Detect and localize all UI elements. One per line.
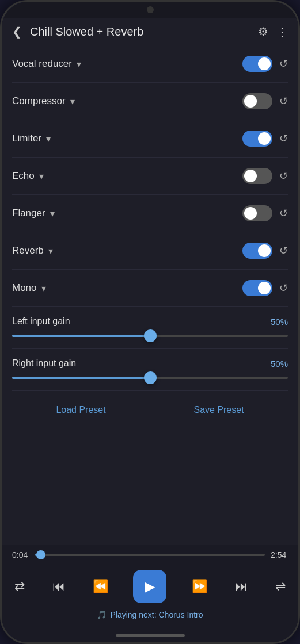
right-input-gain-value: 50%: [271, 359, 288, 369]
effect-controls-compressor: ↺: [242, 93, 288, 109]
effect-label-flanger: Flanger ▾: [12, 208, 242, 219]
toggle-mono[interactable]: [242, 280, 272, 296]
toggle-knob-vocal-reducer: [258, 57, 271, 70]
effect-chevron-vocal-reducer[interactable]: ▾: [77, 59, 81, 70]
effect-label-echo: Echo ▾: [12, 170, 242, 182]
toggle-flanger[interactable]: [242, 205, 272, 221]
preset-row: Load Preset Save Preset: [12, 390, 288, 429]
load-preset-button[interactable]: Load Preset: [47, 401, 115, 419]
reset-compressor[interactable]: ↺: [279, 95, 288, 108]
effect-label-compressor: Compressor ▾: [12, 95, 242, 107]
now-playing-text: Playing next: Chorus Intro: [110, 610, 203, 619]
effect-label-mono: Mono ▾: [12, 282, 242, 294]
prev-track-button[interactable]: ⏮: [50, 577, 67, 596]
save-preset-button[interactable]: Save Preset: [184, 401, 253, 419]
settings-icon[interactable]: ⚙: [258, 25, 268, 39]
reset-limiter[interactable]: ↺: [279, 132, 288, 145]
effect-controls-mono: ↺: [242, 280, 288, 296]
left-input-gain-track[interactable]: [12, 335, 288, 337]
shuffle-button[interactable]: ⇌: [273, 577, 288, 596]
controls-row: ⇄ ⏮ ⏪ ▶ ⏩ ⏭ ⇌: [12, 565, 288, 610]
header-title: Chill Slowed + Reverb: [30, 25, 258, 39]
reset-mono[interactable]: ↺: [279, 282, 288, 294]
effect-chevron-reverb[interactable]: ▾: [48, 246, 53, 256]
play-pause-button[interactable]: ▶: [133, 570, 166, 603]
toggle-knob-reverb: [258, 244, 271, 257]
toggle-compressor[interactable]: [242, 93, 272, 109]
effect-label-limiter: Limiter ▾: [12, 133, 242, 144]
effect-chevron-flanger[interactable]: ▾: [50, 208, 55, 219]
effect-row-echo: Echo ▾ ↺: [12, 158, 288, 195]
current-time: 0:04: [12, 550, 29, 559]
toggle-knob-mono: [258, 282, 271, 294]
reset-echo[interactable]: ↺: [279, 170, 288, 182]
toggle-knob-flanger: [244, 207, 257, 220]
right-input-gain-fill: [12, 377, 150, 379]
effect-chevron-limiter[interactable]: ▾: [46, 133, 51, 144]
reset-flanger[interactable]: ↺: [279, 207, 288, 220]
progress-row: 0:04 2:54: [12, 550, 288, 559]
effect-controls-reverb: ↺: [242, 243, 288, 259]
more-options-icon[interactable]: ⋮: [276, 25, 288, 39]
toggle-limiter[interactable]: [242, 131, 272, 147]
left-input-gain-fill: [12, 335, 150, 337]
effect-row-compressor: Compressor ▾ ↺: [12, 83, 288, 120]
toggle-knob-limiter: [258, 132, 271, 145]
effect-controls-limiter: ↺: [242, 131, 288, 147]
rewind-button[interactable]: ⏪: [90, 577, 111, 596]
effect-row-reverb: Reverb ▾ ↺: [12, 232, 288, 270]
now-playing-icon: 🎵: [97, 610, 107, 619]
home-indicator: [116, 634, 185, 637]
fast-forward-button[interactable]: ⏩: [189, 577, 210, 596]
effect-controls-flanger: ↺: [242, 205, 288, 221]
right-input-gain-thumb[interactable]: [144, 371, 157, 384]
effect-row-limiter: Limiter ▾ ↺: [12, 120, 288, 158]
effect-row-mono: Mono ▾ ↺: [12, 270, 288, 307]
reset-vocal-reducer[interactable]: ↺: [279, 57, 288, 70]
right-input-gain-track[interactable]: [12, 377, 288, 379]
now-playing-bar: 🎵 Playing next: Chorus Intro: [12, 610, 288, 631]
next-track-button[interactable]: ⏭: [233, 577, 250, 596]
camera-notch: [147, 6, 154, 13]
effect-label-reverb: Reverb ▾: [12, 245, 242, 256]
toggle-knob-echo: [244, 170, 257, 182]
status-bar: [2, 2, 298, 18]
effect-controls-vocal-reducer: ↺: [242, 56, 288, 72]
left-input-gain-value: 50%: [271, 317, 288, 327]
effect-chevron-echo[interactable]: ▾: [39, 171, 44, 182]
toggle-vocal-reducer[interactable]: [242, 56, 272, 72]
effect-chevron-compressor[interactable]: ▾: [70, 96, 75, 107]
progress-track[interactable]: [35, 554, 265, 556]
total-time: 2:54: [271, 550, 288, 559]
toggle-knob-compressor: [244, 95, 257, 108]
effect-row-vocal-reducer: Vocal reducer ▾ ↺: [12, 45, 288, 83]
app-header: ❮ Chill Slowed + Reverb ⚙ ⋮: [2, 18, 298, 45]
repeat-button[interactable]: ⇄: [12, 577, 27, 596]
left-input-gain-section: Left input gain 50%: [12, 307, 288, 349]
right-input-gain-section: Right input gain 50%: [12, 349, 288, 390]
toggle-reverb[interactable]: [242, 243, 272, 259]
toggle-echo[interactable]: [242, 168, 272, 184]
effect-controls-echo: ↺: [242, 168, 288, 184]
effect-label-vocal-reducer: Vocal reducer ▾: [12, 58, 242, 70]
reset-reverb[interactable]: ↺: [279, 244, 288, 257]
progress-thumb[interactable]: [36, 550, 45, 559]
phone-inner: ❮ Chill Slowed + Reverb ⚙ ⋮ Vocal reduce…: [2, 2, 298, 642]
header-icons: ⚙ ⋮: [258, 25, 288, 39]
left-input-gain-label: Left input gain: [12, 316, 70, 327]
phone-frame: ❮ Chill Slowed + Reverb ⚙ ⋮ Vocal reduce…: [0, 0, 300, 644]
effect-chevron-mono[interactable]: ▾: [41, 283, 46, 294]
effects-list: Vocal reducer ▾ ↺ Compressor ▾ ↺: [12, 45, 288, 307]
right-input-gain-label: Right input gain: [12, 358, 76, 369]
player-area: 0:04 2:54 ⇄ ⏮ ⏪ ▶ ⏩ ⏭ ⇌ 🎵 Playing next: …: [2, 545, 298, 642]
effect-row-flanger: Flanger ▾ ↺: [12, 195, 288, 232]
back-chevron[interactable]: ❮: [12, 25, 22, 39]
left-input-gain-thumb[interactable]: [144, 329, 157, 342]
content-area: Vocal reducer ▾ ↺ Compressor ▾ ↺: [2, 45, 298, 545]
